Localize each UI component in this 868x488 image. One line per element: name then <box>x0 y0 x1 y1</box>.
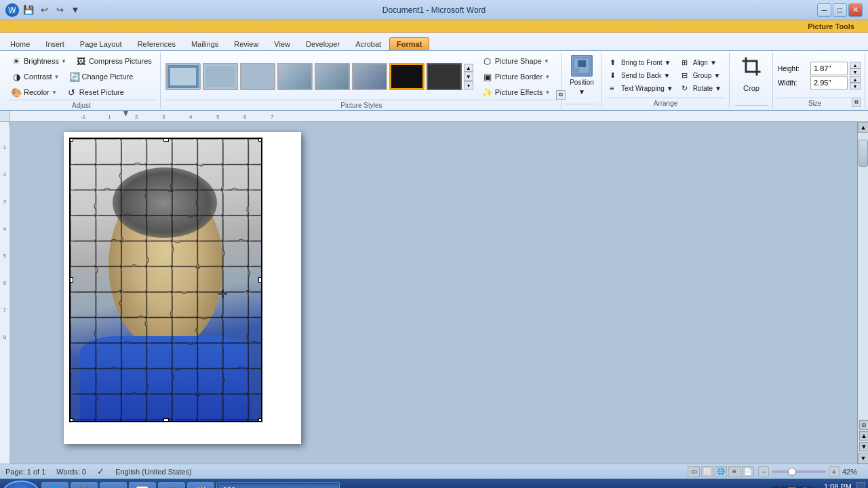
tab-view[interactable]: View <box>267 37 298 50</box>
crop-button[interactable]: Crop <box>734 54 768 94</box>
tab-acrobat[interactable]: Acrobat <box>348 37 389 50</box>
style-thumb-2[interactable] <box>203 63 238 90</box>
style-thumb-1[interactable] <box>165 63 201 90</box>
outline-view-button[interactable]: ≡ <box>728 466 741 477</box>
handle-bl[interactable] <box>69 418 73 422</box>
height-spin-down[interactable]: ▼ <box>850 68 861 75</box>
tab-home[interactable]: Home <box>3 37 37 50</box>
taskbar: ⊞ 🌐 🦊 📁 📊 🎵 🎬 W Document1 - Microsoft Wo… <box>0 479 868 488</box>
scroll-thumb[interactable] <box>859 140 868 167</box>
zoom-out-button[interactable]: − <box>758 466 769 477</box>
select-browse-button[interactable]: ⊙ <box>859 420 868 430</box>
height-spin-up[interactable]: ▲ <box>850 62 861 68</box>
start-button[interactable]: ⊞ <box>3 481 39 489</box>
change-picture-icon: 🔄 <box>69 71 80 82</box>
tab-developer[interactable]: Developer <box>298 37 347 50</box>
styles-more[interactable]: ▾ <box>464 81 473 89</box>
picture-border-button[interactable]: ▣ Picture Border ▼ <box>478 69 555 84</box>
scroll-up-button[interactable]: ▲ <box>858 122 868 133</box>
minimize-button[interactable]: ─ <box>817 3 831 17</box>
maximize-button[interactable]: □ <box>833 3 847 17</box>
svg-rect-9 <box>9 111 868 121</box>
handle-br[interactable] <box>258 418 262 422</box>
handle-ml[interactable] <box>69 277 73 283</box>
width-input[interactable] <box>810 76 848 89</box>
style-thumb-3[interactable] <box>240 63 275 90</box>
tab-format[interactable]: Format <box>389 37 429 50</box>
picture-effects-button[interactable]: ✨ Picture Effects ▼ <box>478 85 555 100</box>
scroll-down-button[interactable]: ▼ <box>858 453 868 464</box>
taskbar-explorer[interactable]: 📁 <box>100 482 127 489</box>
height-spin: ▲ ▼ <box>850 62 861 75</box>
recolor-button[interactable]: 🎨 Recolor ▼ <box>7 85 61 100</box>
tab-references[interactable]: References <box>130 37 183 50</box>
zoom-thumb[interactable] <box>788 468 796 476</box>
contrast-button[interactable]: ◑ Contrast ▼ <box>7 69 64 84</box>
style-thumb-4[interactable] <box>277 63 313 90</box>
handle-bc[interactable] <box>163 418 169 422</box>
spell-check-status[interactable]: ✓ <box>97 466 104 476</box>
scrollbar-vertical[interactable]: ▲ ⊙ ▲ ▼ ▼ <box>857 122 868 464</box>
handle-tl[interactable] <box>69 138 73 142</box>
brightness-button[interactable]: ☀ Brightness ▼ <box>7 54 71 68</box>
scroll-track[interactable] <box>858 133 868 419</box>
send-to-back-button[interactable]: ⬇ Send to Back ▼ <box>606 70 677 82</box>
taskbar-excel[interactable]: 📊 <box>129 482 156 489</box>
styles-scroll-up[interactable]: ▲ <box>464 64 473 72</box>
change-picture-button[interactable]: 🔄 Change Picture <box>65 69 138 84</box>
web-layout-button[interactable]: 🌐 <box>715 466 727 477</box>
tab-insert[interactable]: Insert <box>38 37 72 50</box>
taskbar-video[interactable]: 🎬 <box>187 482 214 489</box>
size-dialog-button[interactable]: ⧉ <box>852 98 861 107</box>
picture-frame[interactable]: ✛ <box>69 138 262 422</box>
save-button[interactable]: 💾 <box>22 3 35 17</box>
width-spin-down[interactable]: ▼ <box>850 83 861 89</box>
redo-button[interactable]: ↪ <box>53 3 66 17</box>
reset-picture-button[interactable]: ↺ Reset Picture <box>62 85 128 100</box>
position-button[interactable]: Position ▼ <box>566 55 598 96</box>
taskbar-firefox[interactable]: 🦊 <box>71 482 98 489</box>
taskbar-chrome[interactable]: 🌐 <box>41 482 68 489</box>
handle-mr[interactable] <box>258 277 262 283</box>
language-status[interactable]: English (United States) <box>115 468 192 476</box>
customize-qa-button[interactable]: ▼ <box>68 3 82 17</box>
undo-button[interactable]: ↩ <box>37 3 51 17</box>
text-wrapping-button[interactable]: ≡ Text Wrapping ▼ <box>606 83 677 95</box>
picture-shape-button[interactable]: ⬡ Picture Shape ▼ <box>478 54 555 68</box>
window-title: Document1 - Microsoft Word <box>382 5 486 15</box>
compress-pictures-button[interactable]: 🖼 Compress Pictures <box>72 54 156 68</box>
align-button[interactable]: ⊞ Align ▼ <box>678 57 725 69</box>
tab-page-layout[interactable]: Page Layout <box>73 37 130 50</box>
spell-check-icon: ✓ <box>97 466 104 476</box>
group-button[interactable]: ⊟ Group ▼ <box>678 70 725 82</box>
taskbar-media[interactable]: 🎵 <box>158 482 185 489</box>
show-desktop-button[interactable] <box>856 482 865 489</box>
picture-tools-label: Picture Tools <box>808 22 854 30</box>
width-spin-up[interactable]: ▲ <box>850 76 861 83</box>
clock[interactable]: 1:08 PM 5/17/2013 <box>818 482 852 488</box>
full-screen-button[interactable]: ⬜ <box>701 466 713 477</box>
styles-scroll-down[interactable]: ▼ <box>464 73 473 81</box>
tab-review[interactable]: Review <box>226 37 266 50</box>
zoom-in-button[interactable]: + <box>829 466 840 477</box>
next-page-button[interactable]: ▼ <box>859 442 868 451</box>
style-thumb-5[interactable] <box>315 63 350 90</box>
crop-label <box>734 105 768 107</box>
style-thumb-7[interactable] <box>389 63 425 90</box>
draft-view-button[interactable]: 📄 <box>742 466 754 477</box>
close-button[interactable]: ✕ <box>848 3 863 17</box>
document-canvas[interactable]: ✛ <box>9 122 857 464</box>
style-thumb-6[interactable] <box>352 63 387 90</box>
prev-page-button[interactable]: ▲ <box>859 431 868 441</box>
handle-tr[interactable] <box>258 138 262 142</box>
zoom-slider[interactable] <box>772 470 826 473</box>
bring-to-front-button[interactable]: ⬆ Bring to Front ▼ <box>606 57 677 69</box>
rotate-button[interactable]: ↻ Rotate ▼ <box>678 83 725 95</box>
handle-tc[interactable] <box>163 138 169 142</box>
style-thumb-8[interactable] <box>427 63 462 90</box>
height-input[interactable] <box>810 62 848 75</box>
print-layout-button[interactable]: ▭ <box>688 466 700 477</box>
tab-mailings[interactable]: Mailings <box>184 37 226 50</box>
taskbar-word[interactable]: W Document1 - Microsoft Word <box>216 482 340 489</box>
height-row: Height: ▲ ▼ <box>778 62 861 75</box>
